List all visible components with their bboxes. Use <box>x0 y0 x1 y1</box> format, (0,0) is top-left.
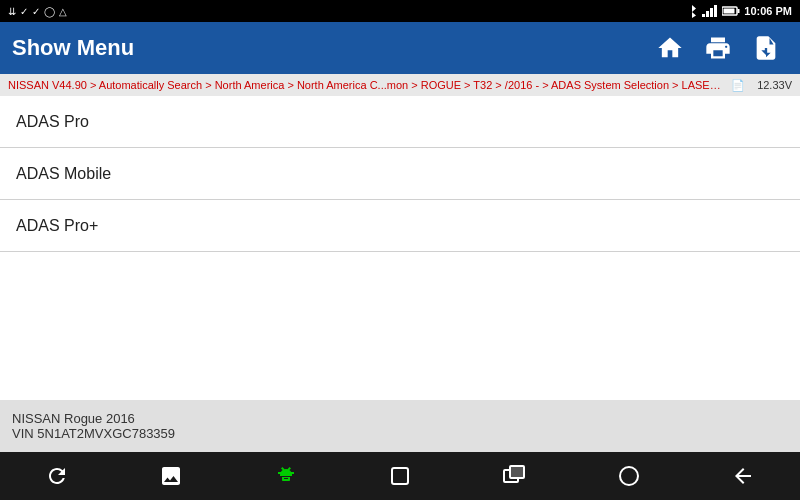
home-nav-button[interactable] <box>599 452 659 500</box>
menu-item-1[interactable]: ADAS Pro <box>0 96 800 148</box>
print-button[interactable] <box>696 26 740 70</box>
multi-window-button[interactable] <box>484 452 544 500</box>
empty-space <box>0 252 800 400</box>
svg-rect-6 <box>724 9 735 14</box>
page-title: Show Menu <box>12 35 644 61</box>
svg-rect-5 <box>738 9 740 13</box>
breadcrumb-file-icon: 📄 <box>731 79 745 92</box>
bluetooth-icon <box>686 4 698 18</box>
status-bar-right: 10:06 PM <box>686 4 792 18</box>
android-nav-bar <box>0 452 800 500</box>
check-icon1: ✓ <box>20 6 28 17</box>
refresh-nav-button[interactable] <box>27 452 87 500</box>
multi-window-icon <box>502 464 526 488</box>
export-button[interactable] <box>744 26 788 70</box>
svg-point-10 <box>620 467 638 485</box>
svg-rect-9 <box>510 466 524 478</box>
status-time: 10:06 PM <box>744 5 792 17</box>
menu-list: ADAS ProADAS MobileADAS Pro+ <box>0 96 800 252</box>
back-nav-button[interactable] <box>713 452 773 500</box>
signal-icon <box>702 5 718 17</box>
top-bar: Show Menu <box>0 22 800 74</box>
status-bar: ⇊ ✓ ✓ ◯ △ 10:06 PM <box>0 0 800 22</box>
print-icon <box>704 34 732 62</box>
svg-rect-1 <box>706 11 709 17</box>
alarm-icon: ◯ <box>44 6 55 17</box>
menu-item-3[interactable]: ADAS Pro+ <box>0 200 800 252</box>
menu-item-label-3: ADAS Pro+ <box>16 217 98 235</box>
gallery-nav-button[interactable] <box>141 452 201 500</box>
svg-rect-0 <box>702 14 705 17</box>
diagnostic-icon <box>274 464 298 488</box>
status-bar-left: ⇊ ✓ ✓ ◯ △ <box>8 6 67 17</box>
wifi-icon: ⇊ <box>8 6 16 17</box>
gallery-icon <box>159 464 183 488</box>
menu-item-label-2: ADAS Mobile <box>16 165 111 183</box>
home-icon <box>656 34 684 62</box>
svg-rect-7 <box>392 468 408 484</box>
battery-voltage: 12.33V <box>757 79 792 91</box>
recent-apps-button[interactable] <box>370 452 430 500</box>
diagnostic-nav-button[interactable] <box>256 452 316 500</box>
svg-rect-2 <box>710 8 713 17</box>
breadcrumb-bar: NISSAN V44.90 > Automatically Search > N… <box>0 74 800 96</box>
refresh-icon <box>45 464 69 488</box>
home-button[interactable] <box>648 26 692 70</box>
warning-icon: △ <box>59 6 67 17</box>
menu-item-2[interactable]: ADAS Mobile <box>0 148 800 200</box>
battery-icon <box>722 6 740 16</box>
vehicle-vin: VIN 5N1AT2MVXGC783359 <box>12 426 788 441</box>
vehicle-name: NISSAN Rogue 2016 <box>12 411 788 426</box>
recent-apps-icon <box>388 464 412 488</box>
back-icon <box>731 464 755 488</box>
svg-rect-3 <box>714 5 717 17</box>
breadcrumb: NISSAN V44.90 > Automatically Search > N… <box>8 79 727 91</box>
bottom-status-bar: NISSAN Rogue 2016 VIN 5N1AT2MVXGC783359 <box>0 400 800 452</box>
check-icon2: ✓ <box>32 6 40 17</box>
export-icon <box>752 34 780 62</box>
menu-item-label-1: ADAS Pro <box>16 113 89 131</box>
home-circle-icon <box>617 464 641 488</box>
main-content: ADAS ProADAS MobileADAS Pro+ <box>0 96 800 400</box>
